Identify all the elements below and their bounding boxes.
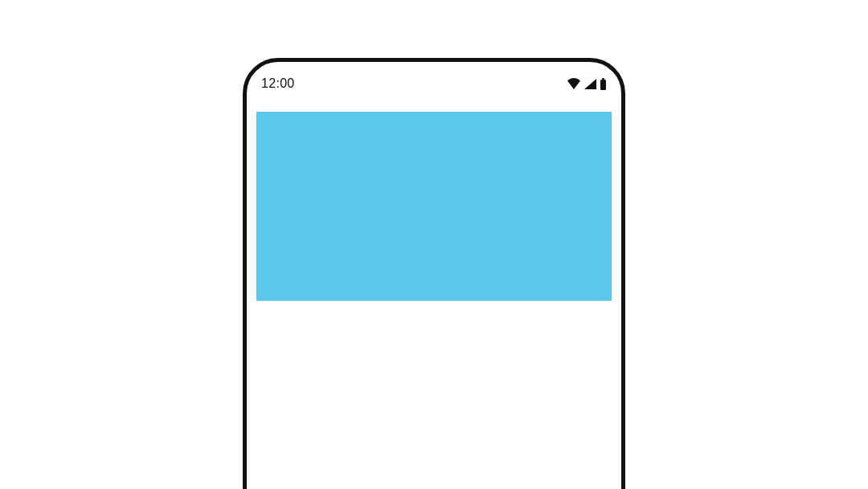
phone-device-frame: 12:00 bbox=[243, 58, 625, 489]
status-time: 12:00 bbox=[261, 76, 295, 91]
status-icons bbox=[567, 78, 607, 90]
battery-icon bbox=[600, 78, 607, 90]
content-rectangle bbox=[256, 112, 612, 301]
cellular-signal-icon bbox=[583, 78, 597, 90]
svg-rect-0 bbox=[602, 78, 604, 80]
svg-rect-1 bbox=[600, 80, 606, 90]
status-bar: 12:00 bbox=[247, 62, 621, 105]
wifi-icon bbox=[567, 78, 581, 90]
